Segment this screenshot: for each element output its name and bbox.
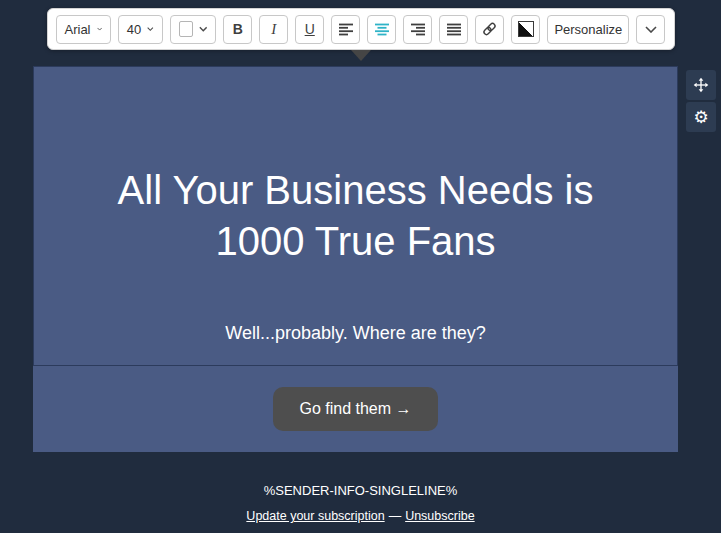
block-controls: ⚙ — [686, 70, 716, 132]
heading-block[interactable]: All Your Business Needs is 1000 True Fan… — [33, 66, 678, 366]
link-icon — [481, 20, 498, 38]
chevron-down-icon — [97, 26, 102, 32]
align-right-icon — [410, 23, 426, 36]
justify-icon — [446, 23, 462, 36]
chevron-down-icon — [147, 26, 154, 32]
bold-label: B — [233, 21, 243, 37]
justify-button[interactable] — [439, 15, 468, 44]
align-center-button[interactable] — [367, 15, 396, 44]
unsubscribe-link[interactable]: Unsubscribe — [405, 509, 474, 523]
underline-button[interactable]: U — [295, 15, 324, 44]
font-size-value: 40 — [127, 22, 141, 37]
block-settings-button[interactable]: ⚙ — [686, 102, 716, 132]
text-color-picker[interactable] — [170, 15, 216, 44]
color-swatch — [179, 21, 193, 37]
italic-label: I — [271, 21, 276, 38]
button-block: Go find them → — [33, 366, 678, 452]
toolbar-pointer — [351, 50, 371, 61]
links-separator: — — [389, 509, 402, 523]
italic-button[interactable]: I — [259, 15, 288, 44]
underline-label: U — [305, 21, 315, 37]
align-left-button[interactable] — [331, 15, 360, 44]
font-family-value: Arial — [65, 22, 91, 37]
move-block-button[interactable] — [686, 70, 716, 100]
image-icon — [518, 21, 534, 37]
gear-icon: ⚙ — [693, 109, 708, 126]
align-right-button[interactable] — [403, 15, 432, 44]
personalize-button[interactable]: Personalize — [547, 15, 629, 44]
font-family-select[interactable]: Arial — [56, 15, 111, 44]
font-size-select[interactable]: 40 — [118, 15, 163, 44]
formatting-toolbar: Arial 40 B I U — [47, 8, 675, 50]
more-options-button[interactable] — [636, 15, 665, 44]
subheading-text: Well...probably. Where are they? — [34, 323, 677, 344]
email-footer: %SENDER-INFO-SINGLELINE% Update your sub… — [0, 483, 721, 523]
cta-button[interactable]: Go find them → — [273, 387, 437, 431]
image-button[interactable] — [511, 15, 540, 44]
move-icon — [693, 77, 709, 93]
footer-links: Update your subscription—Unsubscribe — [0, 509, 721, 523]
heading-text: All Your Business Needs is 1000 True Fan… — [34, 67, 677, 267]
update-subscription-link[interactable]: Update your subscription — [246, 509, 384, 523]
chevron-down-icon — [199, 26, 208, 32]
align-left-icon — [338, 23, 354, 36]
email-canvas: All Your Business Needs is 1000 True Fan… — [33, 66, 678, 452]
sender-info: %SENDER-INFO-SINGLELINE% — [0, 483, 721, 498]
align-center-icon — [374, 23, 390, 36]
heading-line-1: All Your Business Needs is — [34, 165, 677, 216]
link-button[interactable] — [475, 15, 504, 44]
chevron-down-icon — [645, 26, 657, 33]
bold-button[interactable]: B — [223, 15, 252, 44]
heading-line-2: 1000 True Fans — [34, 216, 677, 267]
